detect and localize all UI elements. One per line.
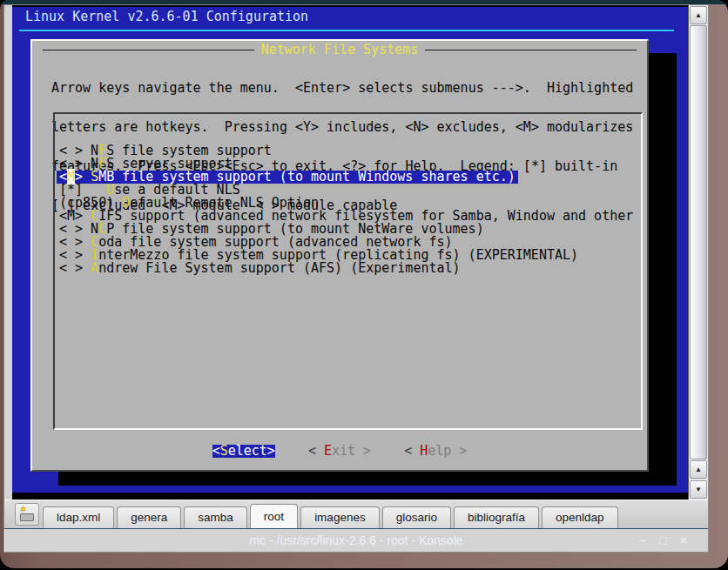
up-arrow-icon: ▲ [695,11,702,19]
minimize-button[interactable]: − [639,533,646,547]
menu-item[interactable]: < > Andrew File System support (AFS) (Ex… [59,262,641,275]
button-label: elect> [228,443,275,459]
scroll-up-button-bottom[interactable]: ▲ [690,460,707,479]
button-hotkey: E [324,443,332,459]
menuconfig-screen: Linux Kernel v2.6.6-01 Configuration Net… [12,7,688,493]
tab-root[interactable]: root [250,504,298,528]
tab-openldap[interactable]: openldap [542,506,618,528]
network-file-systems-dialog: Network File Systems Arrow keys navigate… [30,39,649,472]
scroll-up-button[interactable]: ▲ [690,6,707,24]
dialog-title: Network File Systems [254,44,426,57]
tab-genera[interactable]: genera [117,506,181,528]
kernel-config-title: Linux Kernel v2.6.6-01 Configuration [25,10,308,23]
down-arrow-icon: ▼ [695,486,702,493]
konsole-window: Linux Kernel v2.6.6-01 Configuration Net… [3,4,709,553]
new-session-icon: ✶ [16,504,38,525]
up-arrow-icon: ▲ [695,466,702,473]
tab-ldap.xml[interactable]: ldap.xml [43,506,114,528]
scrollbar-thumb[interactable] [690,25,707,459]
button-hotkey: S [220,443,228,459]
scrollbar-track[interactable] [690,25,707,459]
close-button[interactable]: × [680,533,687,547]
title-rule-left [43,50,254,50]
tab-bibliografía[interactable]: bibliografía [454,506,539,528]
select-button[interactable]: <Select> [212,445,275,458]
window-titlebar[interactable]: mc - /usr/src/linux-2.6.6 - root - Konso… [4,528,708,552]
button-bracket: < [404,443,420,459]
window-title: mc - /usr/src/linux-2.6.6 - root - Konso… [249,533,462,547]
menu-listbox: < > NFS file system support< > NFS serve… [53,112,643,430]
tab-imagenes[interactable]: imagenes [300,506,380,528]
button-label: elp > [428,443,467,459]
header-divider [19,30,674,31]
dialog-button-row: <Select>< Exit >< Help > [32,445,647,458]
scrollbar[interactable]: ▲ ▲ ▼ [688,5,708,500]
item-label: ndrew File System support (AFS) (Experim… [98,260,460,276]
tab-samba[interactable]: samba [184,506,247,528]
tab-glosario[interactable]: glosario [382,506,451,528]
window-controls: − □ × [639,529,687,552]
title-rule-right [425,50,637,50]
dialog-title-row: Network File Systems [43,44,637,57]
exit-button[interactable]: < Exit > [308,445,371,458]
session-tabs: ldap.xmlgenerasambarootimagenesglosariob… [43,504,621,528]
terminal-area: Linux Kernel v2.6.6-01 Configuration Net… [4,5,708,500]
button-bracket: < [212,443,220,459]
button-bracket: < [308,443,324,459]
item-prefix: < > [59,260,91,276]
maximize-button[interactable]: □ [659,533,666,547]
spark-glyph: ✶ [19,504,27,515]
help-button[interactable]: < Help > [404,445,467,458]
terminal[interactable]: Linux Kernel v2.6.6-01 Configuration Net… [12,5,688,500]
screen: Linux Kernel v2.6.6-01 Configuration Net… [0,0,728,570]
tab-bar: ✶ ldap.xmlgenerasambarootimagenesglosari… [4,500,708,528]
button-label: xit > [332,443,371,459]
window-frame: Linux Kernel v2.6.6-01 Configuration Net… [0,0,728,568]
new-session-button[interactable]: ✶ [15,503,39,526]
scroll-down-button[interactable]: ▼ [690,480,707,499]
instruction-line: Arrow keys navigate the menu. <Enter> se… [51,82,633,95]
menu-list: < > NFS file system support< > NFS serve… [59,144,641,275]
button-hotkey: H [420,443,428,459]
hotkey-letter: A [91,260,98,276]
